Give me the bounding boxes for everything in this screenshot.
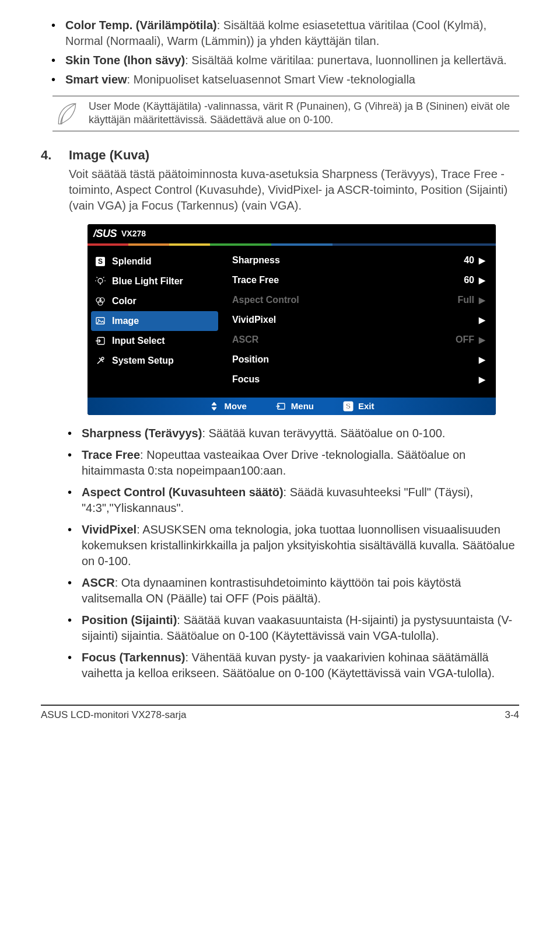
row-value: OFF bbox=[456, 334, 474, 345]
osd-left-menu: S Splendid Blue Light Filter Color Image bbox=[88, 246, 222, 398]
chevron-right-icon: ▶ bbox=[479, 335, 485, 344]
row-trace-free[interactable]: Trace Free 60▶ bbox=[222, 270, 496, 290]
row-ascr[interactable]: ASCR OFF▶ bbox=[222, 330, 496, 350]
footer-right: 3-4 bbox=[505, 709, 519, 721]
menu-color[interactable]: Color bbox=[88, 291, 222, 311]
row-value: 60 bbox=[464, 275, 474, 285]
updown-icon bbox=[209, 401, 219, 412]
footer-label: Move bbox=[224, 401, 246, 411]
menu-splendid[interactable]: S Splendid bbox=[88, 252, 222, 271]
row-label: VividPixel bbox=[232, 315, 276, 325]
osd-header: /SUS VX278 bbox=[88, 224, 496, 243]
bullet-focus: Focus (Tarkennus): Vähentää kuvan pysty-… bbox=[82, 650, 519, 681]
feather-icon bbox=[52, 100, 82, 126]
row-label: Aspect Control bbox=[232, 295, 299, 305]
bullet-rest: : Monipuoliset katseluasennot Smart View… bbox=[127, 73, 415, 86]
chevron-right-icon: ▶ bbox=[479, 276, 485, 285]
menu-system-setup[interactable]: System Setup bbox=[88, 351, 222, 371]
row-sharpness[interactable]: Sharpness 40▶ bbox=[222, 250, 496, 270]
footer-rule bbox=[41, 705, 519, 706]
row-position[interactable]: Position ▶ bbox=[222, 350, 496, 370]
osd-panel: /SUS VX278 S Splendid Blue Light Filter … bbox=[88, 224, 496, 415]
svg-text:S: S bbox=[98, 257, 103, 266]
menu-input-select[interactable]: Input Select bbox=[88, 331, 222, 351]
bullet-trace-free: Trace Free: Nopeuttaa vasteaikaa Over Dr… bbox=[82, 447, 519, 479]
osd-model: VX278 bbox=[121, 229, 146, 238]
s-box-icon: S bbox=[94, 256, 106, 267]
bullet-strong: Position (Sijainti) bbox=[82, 614, 177, 626]
bullet-vividpixel: VividPixel: ASUSKSEN oma teknologia, jok… bbox=[82, 522, 519, 569]
footer-move: Move bbox=[209, 401, 246, 412]
menu-label: Input Select bbox=[112, 336, 165, 346]
bullet-position: Position (Sijainti): Säätää kuvan vaakas… bbox=[82, 612, 519, 644]
manual-page: Color Temp. (Värilämpötila): Sisältää ko… bbox=[0, 0, 560, 927]
menu-label: Color bbox=[112, 296, 136, 306]
svg-point-2 bbox=[98, 278, 103, 283]
menu-box-icon bbox=[276, 401, 286, 412]
s-box-icon: S bbox=[343, 401, 354, 412]
note-text: User Mode (Käyttäjätila) -valinnassa, vä… bbox=[89, 100, 519, 127]
row-aspect-control[interactable]: Aspect Control Full▶ bbox=[222, 290, 496, 310]
bullet-rest: : Säätää kuvan terävyyttä. Säätöalue on … bbox=[202, 427, 445, 440]
bullet-strong: Focus (Tarkennus) bbox=[82, 651, 185, 664]
image-icon bbox=[94, 315, 106, 327]
lower-bullet-list: Sharpness (Terävyys): Säätää kuvan teräv… bbox=[41, 426, 519, 681]
row-focus[interactable]: Focus ▶ bbox=[222, 370, 496, 389]
row-label: Sharpness bbox=[232, 255, 280, 266]
bullet-aspect-control: Aspect Control (Kuvasuhteen säätö): Sääd… bbox=[82, 485, 519, 516]
footer-exit: S Exit bbox=[343, 401, 374, 412]
input-icon bbox=[94, 335, 106, 347]
row-label: Trace Free bbox=[232, 275, 279, 285]
chevron-right-icon: ▶ bbox=[479, 315, 485, 325]
row-vividpixel[interactable]: VividPixel ▶ bbox=[222, 310, 496, 330]
bullet-skin-tone: Skin Tone (Ihon sävy): Sisältää kolme vä… bbox=[65, 53, 519, 68]
section-title: Image (Kuva) bbox=[69, 148, 149, 163]
bullet-strong: ASCR bbox=[82, 576, 115, 589]
bullet-strong: Aspect Control (Kuvasuhteen säätö) bbox=[82, 486, 284, 499]
bullet-rest: : Ota dynaaminen kontrastisuhdetoiminto … bbox=[82, 576, 461, 605]
bullet-strong: Trace Free bbox=[82, 448, 140, 461]
bulb-icon bbox=[94, 276, 106, 287]
bullet-strong: VividPixel bbox=[82, 523, 136, 536]
bullet-strong: Sharpness (Terävyys) bbox=[82, 427, 202, 440]
menu-label: Splendid bbox=[112, 256, 152, 267]
menu-label: Image bbox=[112, 316, 139, 326]
bullet-smart-view: Smart view: Monipuoliset katseluasennot … bbox=[65, 72, 519, 88]
section-body: Voit säätää tästä päätoiminnosta kuva-as… bbox=[69, 166, 519, 214]
asus-logo: /SUS bbox=[93, 228, 117, 240]
osd-footer: Move Menu S Exit bbox=[88, 398, 496, 415]
tools-icon bbox=[94, 355, 106, 367]
bullet-strong: Color Temp. (Värilämpötila) bbox=[65, 19, 217, 32]
note-box: User Mode (Käyttäjätila) -valinnassa, vä… bbox=[52, 96, 519, 131]
menu-bluelight[interactable]: Blue Light Filter bbox=[88, 271, 222, 291]
menu-image[interactable]: Image bbox=[91, 311, 218, 331]
bullet-color-temp: Color Temp. (Värilämpötila): Sisältää ko… bbox=[65, 18, 519, 49]
svg-line-6 bbox=[97, 277, 98, 278]
bullet-ascr: ASCR: Ota dynaaminen kontrastisuhdetoimi… bbox=[82, 575, 519, 607]
chevron-right-icon: ▶ bbox=[479, 355, 485, 364]
bullet-rest: : ASUSKSEN oma teknologia, joka tuottaa … bbox=[82, 523, 515, 567]
chevron-right-icon: ▶ bbox=[479, 375, 485, 384]
svg-text:S: S bbox=[346, 402, 351, 410]
section-number: 4. bbox=[41, 148, 58, 163]
page-footer: ASUS LCD-monitori VX278-sarja 3-4 bbox=[41, 709, 519, 721]
row-label: Position bbox=[232, 354, 269, 365]
row-label: Focus bbox=[232, 374, 260, 385]
menu-label: Blue Light Filter bbox=[112, 276, 183, 287]
bullet-strong: Smart view bbox=[65, 73, 127, 86]
bullet-rest: : Sisältää kolme väritilaa: punertava, l… bbox=[185, 54, 506, 67]
footer-label: Exit bbox=[358, 401, 374, 411]
row-value: 40 bbox=[464, 255, 474, 266]
menu-label: System Setup bbox=[112, 356, 174, 366]
footer-menu: Menu bbox=[276, 401, 314, 412]
svg-line-7 bbox=[103, 277, 104, 278]
svg-point-12 bbox=[98, 319, 99, 320]
svg-point-14 bbox=[102, 357, 104, 360]
bullet-strong: Skin Tone (Ihon sävy) bbox=[65, 54, 185, 67]
footer-left: ASUS LCD-monitori VX278-sarja bbox=[41, 709, 186, 721]
row-label: ASCR bbox=[232, 334, 258, 345]
footer-label: Menu bbox=[291, 401, 314, 411]
top-bullet-list: Color Temp. (Värilämpötila): Sisältää ko… bbox=[41, 18, 519, 88]
chevron-right-icon: ▶ bbox=[479, 256, 485, 265]
chevron-right-icon: ▶ bbox=[479, 295, 485, 305]
